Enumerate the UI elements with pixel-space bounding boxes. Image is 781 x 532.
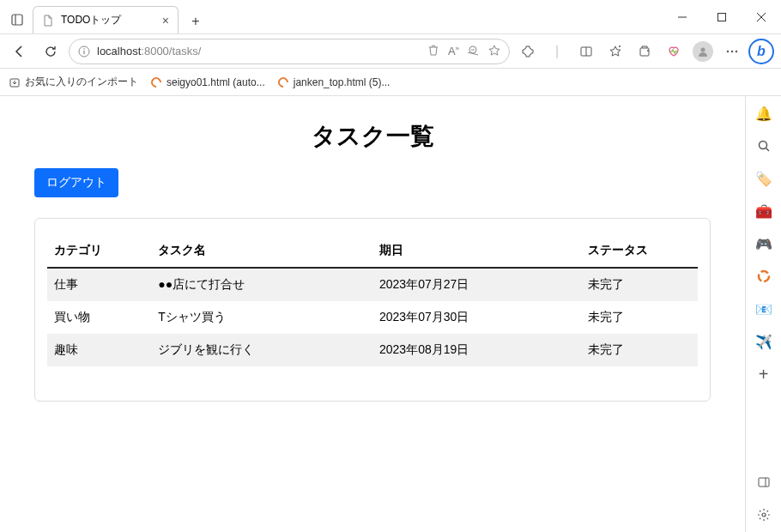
table-row: 趣味 ジブリを観に行く 2023年08月19日 未完了	[47, 334, 698, 366]
file-icon	[277, 76, 289, 88]
split-screen-icon[interactable]	[573, 39, 599, 64]
file-icon	[150, 76, 162, 88]
svg-point-19	[701, 47, 705, 51]
shopping-icon[interactable]	[427, 45, 439, 57]
table-row: 買い物 Tシャツ買う 2023年07月30日 未完了	[47, 301, 698, 334]
import-icon	[9, 76, 21, 88]
new-tab-button[interactable]: +	[184, 9, 208, 33]
close-window-button[interactable]	[742, 0, 781, 34]
svg-point-22	[736, 50, 737, 51]
svg-point-24	[759, 142, 766, 149]
edge-sidebar: 🔔 🏷️ 🧰 🎮 📧 ✈️ +	[745, 96, 781, 532]
maximize-button[interactable]	[702, 0, 742, 34]
tab-actions-icon[interactable]	[3, 6, 31, 33]
page-icon	[42, 15, 54, 27]
address-bar: localhost:8000/tasks/ A» | b	[0, 34, 781, 69]
svg-rect-16	[640, 48, 649, 56]
browser-tab[interactable]: TODOトップ ×	[33, 6, 179, 33]
shopping-tag-icon[interactable]: 🏷️	[754, 168, 774, 189]
window-titlebar: TODOトップ × +	[0, 0, 781, 34]
svg-rect-27	[759, 478, 769, 487]
collections-icon[interactable]	[632, 39, 657, 64]
more-icon[interactable]	[719, 39, 745, 64]
extensions-icon[interactable]	[515, 39, 541, 64]
back-button[interactable]	[7, 39, 33, 64]
refresh-button[interactable]	[38, 39, 64, 64]
favorite-icon[interactable]	[488, 45, 500, 57]
tab-title: TODOトップ	[61, 13, 121, 27]
th-category: カテゴリ	[47, 234, 151, 268]
search-sidebar-icon[interactable]	[754, 136, 774, 156]
settings-icon[interactable]	[754, 505, 774, 525]
import-favorites-button[interactable]: お気に入りのインポート	[9, 75, 138, 89]
th-name: タスク名	[151, 234, 372, 268]
send-icon[interactable]: ✈️	[754, 331, 774, 352]
url-input[interactable]: localhost:8000/tasks/ A»	[69, 39, 510, 64]
site-info-icon[interactable]	[78, 45, 90, 57]
bing-button[interactable]: b	[748, 39, 774, 64]
add-sidebar-icon[interactable]: +	[754, 364, 774, 384]
notifications-icon[interactable]: 🔔	[754, 103, 774, 124]
games-icon[interactable]: 🎮	[754, 233, 774, 254]
svg-point-20	[727, 50, 729, 51]
health-icon[interactable]	[661, 39, 687, 64]
bookmark-item[interactable]: seigyo01.html (auto...	[150, 76, 265, 88]
task-card: カテゴリ タスク名 期日 ステータス 仕事 ●●店にて打合せ 2023年07月2…	[34, 218, 711, 402]
svg-rect-3	[718, 13, 726, 21]
svg-point-7	[83, 48, 85, 50]
url-text: localhost:8000/tasks/	[97, 45, 201, 57]
th-status: ステータス	[581, 234, 698, 268]
profile-icon[interactable]	[690, 39, 716, 64]
page-title: タスク一覧	[34, 120, 711, 153]
svg-point-29	[762, 513, 766, 517]
bookmarks-bar: お気に入りのインポート seigyo01.html (auto... janke…	[0, 69, 781, 96]
minimize-button[interactable]	[663, 0, 702, 34]
page-content: タスク一覧 ログアウト カテゴリ タスク名 期日 ステータス 仕事 ●●店にて打…	[0, 96, 745, 532]
svg-line-10	[468, 52, 478, 55]
logout-button[interactable]: ログアウト	[34, 168, 118, 197]
table-row: 仕事 ●●店にて打合せ 2023年07月27日 未完了	[47, 268, 698, 301]
svg-line-25	[766, 148, 769, 152]
svg-point-21	[731, 50, 733, 51]
zoom-icon[interactable]	[468, 45, 480, 57]
read-aloud-icon[interactable]: A»	[448, 45, 459, 57]
toggle-sidebar-icon[interactable]	[754, 472, 774, 493]
task-table: カテゴリ タスク名 期日 ステータス 仕事 ●●店にて打合せ 2023年07月2…	[47, 234, 698, 366]
outlook-icon[interactable]: 📧	[754, 299, 774, 319]
th-date: 期日	[372, 234, 581, 268]
favorites-icon[interactable]	[602, 39, 628, 64]
office-icon[interactable]	[754, 266, 774, 287]
tab-close-button[interactable]: ×	[162, 14, 169, 27]
svg-point-26	[759, 271, 769, 281]
toolbox-icon[interactable]: 🧰	[754, 201, 774, 221]
bookmark-item[interactable]: janken_top.html (5)...	[277, 76, 390, 88]
svg-rect-0	[12, 15, 22, 25]
